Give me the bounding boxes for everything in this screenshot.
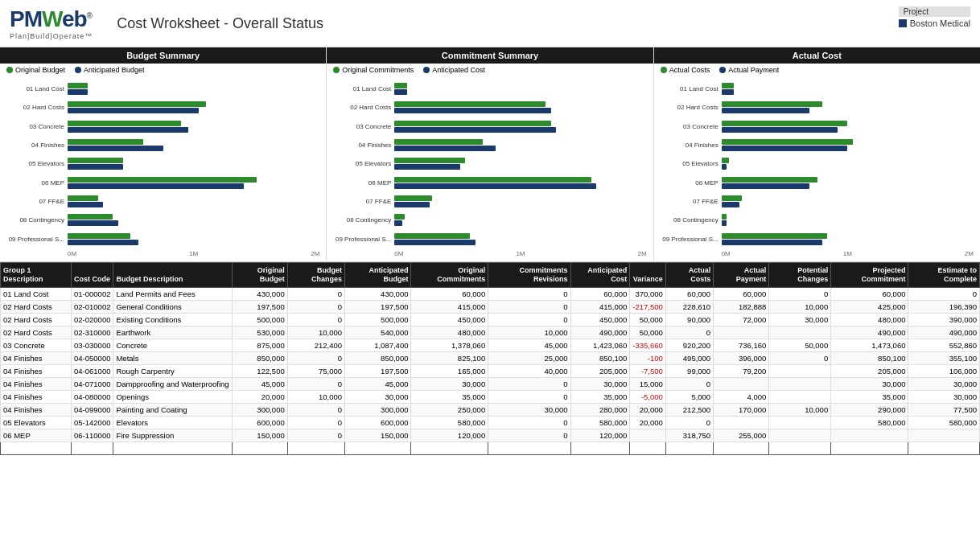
bar-row-1-1: 02 Hard Costs [333, 101, 646, 115]
col-header-13: Projected Commitment [831, 263, 908, 288]
table-row: 03 Concrete03-030000Concrete875,000212,4… [1, 339, 980, 351]
bar-row-0-3: 04 Finishes [6, 138, 319, 153]
legend-item-0-1: Anticipated Budget [75, 66, 145, 74]
table-row: 06 MEP06-110000Fire Suppression150,00001… [1, 429, 980, 441]
bar-row-1-4: 05 Elevators [333, 157, 646, 171]
chart-legend-2: Actual CostsActual Payment [654, 64, 980, 76]
bar-row-2-7: 08 Contingency [661, 213, 974, 228]
chart-title-2: Actual Cost [654, 47, 980, 64]
bar-row-1-6: 07 FF&E [333, 195, 646, 209]
total-row: Total8,357,500187,4008,544,9007,683,2401… [1, 441, 980, 454]
project-name: Boston Medical [899, 18, 970, 28]
table-row: 04 Finishes04-061000Rough Carpentry122,5… [1, 364, 980, 377]
project-info: Project Boston Medical [899, 6, 970, 28]
col-header-11: Actual Payment [714, 263, 769, 288]
cost-table: Group 1 DescriptionCost CodeBudget Descr… [0, 262, 980, 455]
bar-chart-2: 01 Land Cost02 Hard Costs03 Concrete04 F… [661, 80, 974, 248]
bar-row-2-2: 03 Concrete [661, 119, 974, 133]
col-header-8: Anticipated Cost [570, 263, 630, 288]
col-header-14: Estimate to Complete [908, 263, 980, 288]
col-header-3: Original Budget [232, 263, 287, 288]
table-row: 04 Finishes04-099000Painting and Coating… [1, 403, 980, 416]
bar-row-1-5: 06 MEP [333, 175, 646, 190]
table-row: 02 Hard Costs02-020000Existing Condition… [1, 313, 980, 326]
col-header-10: Actual Costs [665, 263, 713, 288]
col-header-5: Anticipated Budget [345, 263, 411, 288]
chart-title-1: Commitment Summary [327, 47, 653, 64]
charts-section: Budget SummaryOriginal BudgetAnticipated… [0, 47, 980, 262]
col-header-6: Original Commitments [411, 263, 488, 288]
logo-text: PMWeb® [10, 6, 93, 32]
bar-row-2-1: 02 Hard Costs [661, 101, 974, 115]
bar-row-2-3: 04 Finishes [661, 138, 974, 153]
chart-panel-2: Actual CostActual CostsActual Payment01 … [654, 47, 980, 261]
bar-chart-0: 01 Land Cost02 Hard Costs03 Concrete04 F… [6, 80, 319, 248]
bar-row-1-3: 04 Finishes [333, 138, 646, 153]
table-row: 05 Elevators05-142000Elevators600,000060… [1, 416, 980, 429]
table-row: 02 Hard Costs02-010002General Conditions… [1, 300, 980, 313]
logo-sub: Plan|Build|Operate™ [10, 32, 93, 40]
legend-item-0-0: Original Budget [6, 66, 65, 74]
col-header-9: Variance [630, 263, 666, 288]
project-square-icon [899, 19, 907, 27]
chart-legend-1: Original CommitmentsAnticipated Cost [327, 64, 653, 76]
bar-row-0-6: 07 FF&E [6, 195, 319, 209]
col-header-12: Potential Changes [769, 263, 831, 288]
legend-item-2-1: Actual Payment [719, 66, 779, 74]
bar-row-0-1: 02 Hard Costs [6, 101, 319, 115]
col-header-7: Commitments Revisions [488, 263, 570, 288]
bar-row-0-5: 06 MEP [6, 175, 319, 190]
bar-row-0-2: 03 Concrete [6, 119, 319, 133]
bar-row-2-4: 05 Elevators [661, 157, 974, 171]
col-header-1: Cost Code [72, 263, 113, 288]
bar-row-2-8: 09 Professional S... [661, 232, 974, 246]
bar-row-2-5: 06 MEP [661, 175, 974, 190]
bar-chart-1: 01 Land Cost02 Hard Costs03 Concrete04 F… [333, 80, 646, 248]
chart-title-0: Budget Summary [0, 47, 326, 64]
bar-row-1-8: 09 Professional S... [333, 232, 646, 246]
chart-area-1: 01 Land Cost02 Hard Costs03 Concrete04 F… [327, 76, 653, 261]
chart-area-2: 01 Land Cost02 Hard Costs03 Concrete04 F… [654, 76, 980, 261]
table-row: 04 Finishes04-071000Dampproofing and Wat… [1, 377, 980, 390]
bar-row-1-2: 03 Concrete [333, 119, 646, 133]
chart-panel-1: Commitment SummaryOriginal CommitmentsAn… [327, 47, 653, 261]
legend-item-1-0: Original Commitments [333, 66, 414, 74]
bar-row-1-0: 01 Land Cost [333, 82, 646, 96]
table-row: 04 Finishes04-050000Metals850,0000850,00… [1, 351, 980, 364]
bar-row-0-8: 09 Professional S... [6, 232, 319, 246]
logo: PMWeb® Plan|Build|Operate™ [10, 6, 93, 40]
page-header: PMWeb® Plan|Build|Operate™ Cost Wrokshee… [0, 0, 980, 47]
col-header-2: Budget Description [113, 263, 232, 288]
table-row: 04 Finishes04-080000Openings20,00010,000… [1, 390, 980, 403]
bar-row-0-4: 05 Elevators [6, 157, 319, 171]
project-label: Project [899, 6, 970, 17]
bar-row-2-0: 01 Land Cost [661, 82, 974, 96]
bar-row-1-7: 08 Contingency [333, 213, 646, 228]
legend-item-1-1: Anticipated Cost [423, 66, 485, 74]
bar-row-0-7: 08 Contingency [6, 213, 319, 228]
chart-area-0: 01 Land Cost02 Hard Costs03 Concrete04 F… [0, 76, 326, 261]
page-title: Cost Wroksheet - Overall Status [117, 15, 323, 32]
table-row: 01 Land Cost01-000002Land Permits and Fe… [1, 287, 980, 300]
table-row: 02 Hard Costs02-310000Earthwork530,00010… [1, 326, 980, 339]
chart-panel-0: Budget SummaryOriginal BudgetAnticipated… [0, 47, 327, 261]
col-header-0: Group 1 Description [1, 263, 72, 288]
legend-item-2-0: Actual Costs [661, 66, 710, 74]
chart-legend-0: Original BudgetAnticipated Budget [0, 64, 326, 76]
col-header-4: Budget Changes [287, 263, 344, 288]
bar-row-0-0: 01 Land Cost [6, 82, 319, 96]
bar-row-2-6: 07 FF&E [661, 195, 974, 209]
table-section: Group 1 DescriptionCost CodeBudget Descr… [0, 262, 980, 455]
